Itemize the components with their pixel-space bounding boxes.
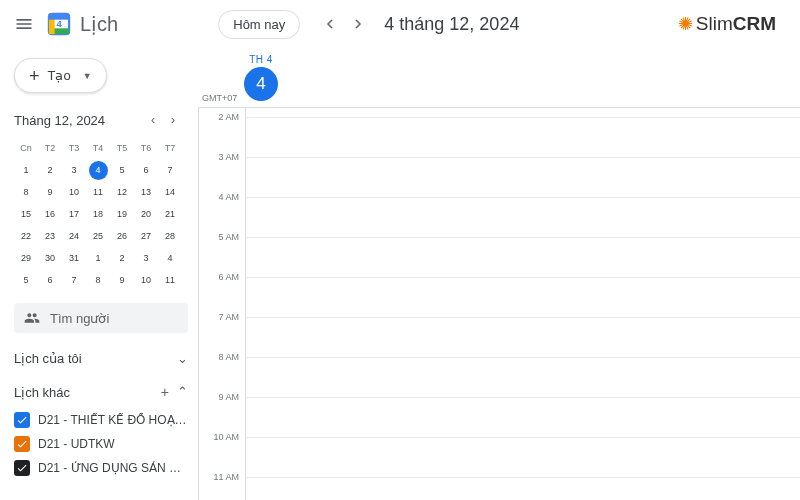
hour-cell[interactable] [245,438,800,478]
prev-day-button[interactable] [316,10,344,38]
add-calendar-button[interactable]: + [161,384,169,400]
calendar-checkbox[interactable] [14,412,30,428]
mini-day-cell[interactable]: 13 [134,181,158,203]
date-range-title: 4 tháng 12, 2024 [384,14,519,35]
hour-cell[interactable] [245,318,800,358]
mini-day-cell[interactable]: 27 [134,225,158,247]
my-calendars-header[interactable]: Lịch của tôi ⌄ [14,351,188,366]
calendar-list-label: D21 - THIẾT KẾ ĐỒ HOẠ C... [38,413,188,427]
mini-day-cell[interactable]: 11 [158,269,182,291]
mini-day-cell[interactable]: 7 [62,269,86,291]
calendar-list-label: D21 - UDTKW [38,437,115,451]
mini-day-cell[interactable]: 5 [110,159,134,181]
next-day-button[interactable] [344,10,372,38]
calendar-list-item[interactable]: D21 - THIẾT KẾ ĐỒ HOẠ C... [14,408,188,432]
mini-day-cell[interactable]: 1 [86,247,110,269]
mini-day-cell[interactable]: 21 [158,203,182,225]
mini-day-cell[interactable]: 31 [62,247,86,269]
hour-label: 5 AM [199,232,245,272]
other-calendars-label: Lịch khác [14,385,70,400]
day-grid[interactable]: 1 AM2 AM3 AM4 AM5 AM6 AM7 AM8 AM9 AM10 A… [198,108,800,500]
mini-day-cell[interactable]: 20 [134,203,158,225]
mini-day-cell[interactable]: 2 [38,159,62,181]
hour-cell[interactable] [245,198,800,238]
hour-cell[interactable] [245,398,800,438]
dropdown-triangle-icon: ▼ [83,71,92,81]
mini-day-cell[interactable]: 9 [110,269,134,291]
hour-cell[interactable] [245,238,800,278]
mini-day-cell[interactable]: 19 [110,203,134,225]
create-label: Tạo [48,68,71,83]
mini-day-cell[interactable]: 12 [110,181,134,203]
mini-day-cell[interactable]: 6 [38,269,62,291]
brand-suffix: CRM [733,13,776,35]
mini-day-cell[interactable]: 14 [158,181,182,203]
mini-day-cell[interactable]: 9 [38,181,62,203]
gear-icon: ✺ [678,13,693,35]
mini-day-cell[interactable]: 8 [14,181,38,203]
mini-day-cell[interactable]: 22 [14,225,38,247]
mini-prev-month[interactable]: ‹ [144,111,162,129]
hour-cell[interactable] [245,278,800,318]
plus-icon: + [29,69,40,83]
hour-label: 3 AM [199,152,245,192]
hour-cell[interactable] [245,158,800,198]
mini-day-cell[interactable]: 1 [14,159,38,181]
today-button[interactable]: Hôm nay [218,10,300,39]
hour-cell[interactable] [245,478,800,500]
mini-day-cell[interactable]: 10 [134,269,158,291]
other-calendars-header[interactable]: Lịch khác + ⌃ [14,384,188,400]
mini-day-cell[interactable]: 11 [86,181,110,203]
mini-day-cell[interactable]: 18 [86,203,110,225]
hour-label: 9 AM [199,392,245,432]
mini-day-cell[interactable]: 24 [62,225,86,247]
mini-day-cell[interactable]: 23 [38,225,62,247]
mini-day-cell[interactable]: 17 [62,203,86,225]
chevron-up-icon: ⌃ [177,384,188,400]
hour-label: 7 AM [199,312,245,352]
main-menu-button[interactable] [12,12,36,36]
chevron-down-icon: ⌄ [177,351,188,366]
timezone-label: GMT+07 [202,93,237,103]
calendar-list-item[interactable]: D21 - ỨNG DỤNG SẢN XU... [14,456,188,480]
mini-day-cell[interactable]: 29 [14,247,38,269]
brand-prefix: Slim [696,13,733,35]
hour-label: 10 AM [199,432,245,472]
mini-day-cell[interactable]: 4 [86,159,110,181]
mini-day-cell[interactable]: 10 [62,181,86,203]
mini-day-cell[interactable]: 3 [62,159,86,181]
mini-dow-cell: T4 [86,137,110,159]
calendar-list-item[interactable]: D21 - UDTKW [14,432,188,456]
mini-day-cell[interactable]: 3 [134,247,158,269]
mini-day-cell[interactable]: 2 [110,247,134,269]
mini-day-cell[interactable]: 5 [14,269,38,291]
brand-label: ✺ SlimCRM [678,13,788,35]
mini-day-cell[interactable]: 26 [110,225,134,247]
mini-dow-cell: T2 [38,137,62,159]
mini-dow-cell: Cn [14,137,38,159]
calendar-checkbox[interactable] [14,436,30,452]
day-column-header[interactable]: TH 4 4 [244,54,278,101]
mini-day-cell[interactable]: 6 [134,159,158,181]
mini-day-cell[interactable]: 8 [86,269,110,291]
day-number-circle: 4 [244,67,278,101]
search-people-input[interactable]: Tìm người [14,303,188,333]
mini-day-cell[interactable]: 15 [14,203,38,225]
mini-day-cell[interactable]: 7 [158,159,182,181]
create-button[interactable]: + Tạo ▼ [14,58,107,93]
mini-day-cell[interactable]: 4 [158,247,182,269]
calendar-checkbox[interactable] [14,460,30,476]
calendar-logo: 4 [46,11,72,37]
hour-cell[interactable] [245,108,800,118]
mini-day-cell[interactable]: 16 [38,203,62,225]
search-people-placeholder: Tìm người [50,311,109,326]
hour-cell[interactable] [245,118,800,158]
hour-cell[interactable] [245,358,800,398]
mini-day-cell[interactable]: 30 [38,247,62,269]
hour-label: 4 AM [199,192,245,232]
mini-next-month[interactable]: › [164,111,182,129]
mini-dow-cell: T7 [158,137,182,159]
mini-day-cell[interactable]: 25 [86,225,110,247]
mini-calendar-title: Tháng 12, 2024 [14,113,105,128]
mini-day-cell[interactable]: 28 [158,225,182,247]
